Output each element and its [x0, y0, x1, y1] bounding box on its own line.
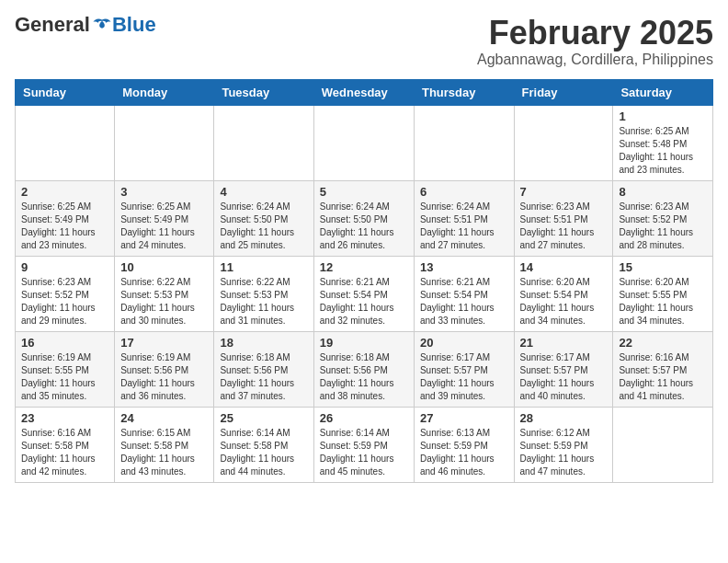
day-info: Sunrise: 6:12 AM Sunset: 5:59 PM Dayligh…: [520, 427, 608, 478]
day-number: 1: [619, 109, 707, 123]
logo-bird-icon: [92, 15, 112, 35]
day-number: 14: [520, 260, 608, 274]
day-cell: [16, 105, 115, 180]
day-info: Sunrise: 6:16 AM Sunset: 5:57 PM Dayligh…: [619, 351, 707, 403]
day-number: 2: [21, 185, 108, 199]
day-number: 25: [220, 411, 307, 425]
day-cell: [115, 105, 214, 180]
day-info: Sunrise: 6:20 AM Sunset: 5:55 PM Dayligh…: [619, 276, 707, 327]
day-cell: 1Sunrise: 6:25 AM Sunset: 5:48 PM Daylig…: [613, 105, 713, 180]
day-info: Sunrise: 6:15 AM Sunset: 5:58 PM Dayligh…: [120, 427, 208, 478]
week-row-5: 23Sunrise: 6:16 AM Sunset: 5:58 PM Dayli…: [16, 407, 713, 482]
day-number: 15: [619, 260, 707, 274]
day-number: 12: [320, 260, 408, 274]
day-info: Sunrise: 6:19 AM Sunset: 5:56 PM Dayligh…: [120, 351, 208, 403]
day-number: 3: [120, 185, 208, 199]
location-title: Agbannawag, Cordillera, Philippines: [477, 52, 713, 68]
weekday-header-row: SundayMondayTuesdayWednesdayThursdayFrid…: [16, 79, 713, 105]
day-info: Sunrise: 6:24 AM Sunset: 5:50 PM Dayligh…: [220, 201, 307, 252]
day-number: 10: [120, 260, 208, 274]
weekday-header-thursday: Thursday: [414, 79, 514, 105]
day-cell: 23Sunrise: 6:16 AM Sunset: 5:58 PM Dayli…: [16, 407, 115, 482]
weekday-header-saturday: Saturday: [613, 79, 713, 105]
calendar-table: SundayMondayTuesdayWednesdayThursdayFrid…: [15, 79, 713, 483]
day-cell: 5Sunrise: 6:24 AM Sunset: 5:50 PM Daylig…: [313, 180, 414, 256]
day-number: 9: [21, 260, 108, 274]
day-cell: 28Sunrise: 6:12 AM Sunset: 5:59 PM Dayli…: [514, 407, 613, 482]
day-info: Sunrise: 6:24 AM Sunset: 5:50 PM Dayligh…: [320, 201, 408, 252]
weekday-header-monday: Monday: [115, 79, 214, 105]
day-info: Sunrise: 6:22 AM Sunset: 5:53 PM Dayligh…: [120, 276, 208, 327]
day-info: Sunrise: 6:18 AM Sunset: 5:56 PM Dayligh…: [220, 351, 307, 403]
logo: General Blue: [15, 15, 156, 35]
day-cell: 10Sunrise: 6:22 AM Sunset: 5:53 PM Dayli…: [115, 256, 214, 331]
day-number: 23: [21, 411, 108, 425]
day-info: Sunrise: 6:25 AM Sunset: 5:49 PM Dayligh…: [120, 201, 208, 252]
day-cell: 20Sunrise: 6:17 AM Sunset: 5:57 PM Dayli…: [414, 331, 514, 407]
weekday-header-wednesday: Wednesday: [313, 79, 414, 105]
week-row-1: 1Sunrise: 6:25 AM Sunset: 5:48 PM Daylig…: [16, 105, 713, 180]
day-number: 11: [220, 260, 307, 274]
day-info: Sunrise: 6:18 AM Sunset: 5:56 PM Dayligh…: [320, 351, 408, 403]
day-info: Sunrise: 6:24 AM Sunset: 5:51 PM Dayligh…: [420, 201, 508, 252]
day-cell: 15Sunrise: 6:20 AM Sunset: 5:55 PM Dayli…: [613, 256, 713, 331]
day-cell: 12Sunrise: 6:21 AM Sunset: 5:54 PM Dayli…: [313, 256, 414, 331]
day-number: 6: [420, 185, 508, 199]
day-info: Sunrise: 6:14 AM Sunset: 5:58 PM Dayligh…: [220, 427, 307, 478]
day-cell: 19Sunrise: 6:18 AM Sunset: 5:56 PM Dayli…: [313, 331, 414, 407]
day-info: Sunrise: 6:25 AM Sunset: 5:49 PM Dayligh…: [21, 201, 108, 252]
day-info: Sunrise: 6:17 AM Sunset: 5:57 PM Dayligh…: [520, 351, 608, 403]
day-number: 8: [619, 185, 707, 199]
logo-blue-text: Blue: [112, 15, 156, 35]
day-cell: 24Sunrise: 6:15 AM Sunset: 5:58 PM Dayli…: [115, 407, 214, 482]
week-row-2: 2Sunrise: 6:25 AM Sunset: 5:49 PM Daylig…: [16, 180, 713, 256]
day-cell: 22Sunrise: 6:16 AM Sunset: 5:57 PM Dayli…: [613, 331, 713, 407]
day-number: 24: [120, 411, 208, 425]
day-cell: 8Sunrise: 6:23 AM Sunset: 5:52 PM Daylig…: [613, 180, 713, 256]
day-number: 17: [120, 336, 208, 350]
day-info: Sunrise: 6:21 AM Sunset: 5:54 PM Dayligh…: [320, 276, 408, 327]
day-number: 19: [320, 336, 408, 350]
day-info: Sunrise: 6:19 AM Sunset: 5:55 PM Dayligh…: [21, 351, 108, 403]
day-cell: 7Sunrise: 6:23 AM Sunset: 5:51 PM Daylig…: [514, 180, 613, 256]
day-cell: 6Sunrise: 6:24 AM Sunset: 5:51 PM Daylig…: [414, 180, 514, 256]
day-number: 4: [220, 185, 307, 199]
day-cell: [313, 105, 414, 180]
day-number: 5: [320, 185, 408, 199]
weekday-header-friday: Friday: [514, 79, 613, 105]
weekday-header-sunday: Sunday: [16, 79, 115, 105]
day-cell: 11Sunrise: 6:22 AM Sunset: 5:53 PM Dayli…: [214, 256, 313, 331]
day-info: Sunrise: 6:23 AM Sunset: 5:52 PM Dayligh…: [21, 276, 108, 327]
day-info: Sunrise: 6:22 AM Sunset: 5:53 PM Dayligh…: [220, 276, 307, 327]
day-cell: 26Sunrise: 6:14 AM Sunset: 5:59 PM Dayli…: [313, 407, 414, 482]
day-cell: 14Sunrise: 6:20 AM Sunset: 5:54 PM Dayli…: [514, 256, 613, 331]
day-cell: 25Sunrise: 6:14 AM Sunset: 5:58 PM Dayli…: [214, 407, 313, 482]
day-cell: 21Sunrise: 6:17 AM Sunset: 5:57 PM Dayli…: [514, 331, 613, 407]
day-cell: 2Sunrise: 6:25 AM Sunset: 5:49 PM Daylig…: [16, 180, 115, 256]
day-info: Sunrise: 6:16 AM Sunset: 5:58 PM Dayligh…: [21, 427, 108, 478]
day-number: 28: [520, 411, 608, 425]
day-cell: 18Sunrise: 6:18 AM Sunset: 5:56 PM Dayli…: [214, 331, 313, 407]
day-number: 13: [420, 260, 508, 274]
day-cell: 27Sunrise: 6:13 AM Sunset: 5:59 PM Dayli…: [414, 407, 514, 482]
week-row-3: 9Sunrise: 6:23 AM Sunset: 5:52 PM Daylig…: [16, 256, 713, 331]
day-number: 20: [420, 336, 508, 350]
day-cell: [514, 105, 613, 180]
day-cell: [414, 105, 514, 180]
weekday-header-tuesday: Tuesday: [214, 79, 313, 105]
week-row-4: 16Sunrise: 6:19 AM Sunset: 5:55 PM Dayli…: [16, 331, 713, 407]
day-cell: 4Sunrise: 6:24 AM Sunset: 5:50 PM Daylig…: [214, 180, 313, 256]
day-cell: [613, 407, 713, 482]
day-number: 16: [21, 336, 108, 350]
page-header: General Blue February 2025 Agbannawag, C…: [15, 15, 713, 68]
day-info: Sunrise: 6:14 AM Sunset: 5:59 PM Dayligh…: [320, 427, 408, 478]
day-number: 22: [619, 336, 707, 350]
title-block: February 2025 Agbannawag, Cordillera, Ph…: [477, 15, 713, 68]
day-cell: 3Sunrise: 6:25 AM Sunset: 5:49 PM Daylig…: [115, 180, 214, 256]
day-cell: 9Sunrise: 6:23 AM Sunset: 5:52 PM Daylig…: [16, 256, 115, 331]
month-title: February 2025: [477, 15, 713, 52]
day-cell: 17Sunrise: 6:19 AM Sunset: 5:56 PM Dayli…: [115, 331, 214, 407]
day-info: Sunrise: 6:21 AM Sunset: 5:54 PM Dayligh…: [420, 276, 508, 327]
day-info: Sunrise: 6:17 AM Sunset: 5:57 PM Dayligh…: [420, 351, 508, 403]
day-number: 7: [520, 185, 608, 199]
